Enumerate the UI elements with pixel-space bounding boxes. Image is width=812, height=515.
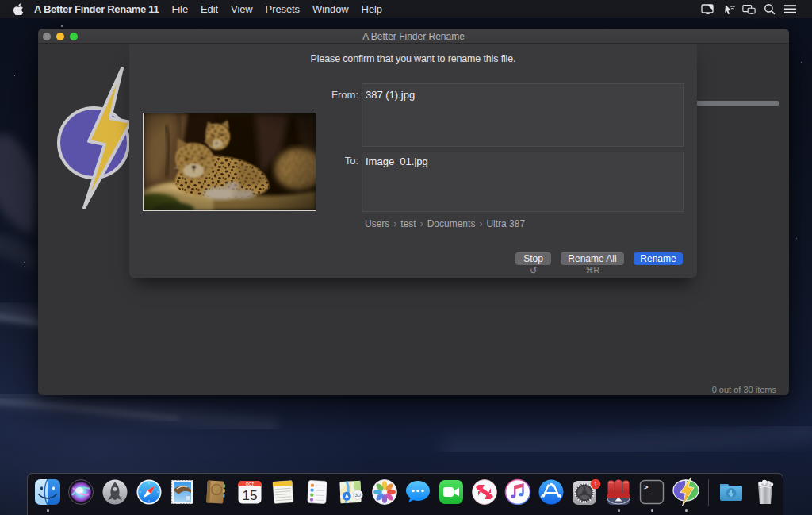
- menu-left-group: A Better Finder Rename 11 File Edit View…: [0, 0, 382, 18]
- theater-running-dot: [618, 509, 620, 512]
- breadcrumb-separator: ›: [393, 218, 396, 229]
- dock-abfr-icon[interactable]: [672, 478, 699, 505]
- menu-help[interactable]: Help: [362, 3, 382, 15]
- from-field[interactable]: 387 (1).jpg: [362, 83, 684, 147]
- breadcrumb-separator: ›: [420, 218, 423, 229]
- to-field[interactable]: Image_01.jpg: [362, 152, 684, 212]
- dock-messages-icon[interactable]: [404, 478, 431, 505]
- window-title-bar[interactable]: A Better Finder Rename: [38, 29, 789, 44]
- dock-finder-icon[interactable]: [34, 478, 61, 505]
- menu-file[interactable]: File: [171, 3, 188, 15]
- menu-edit[interactable]: Edit: [201, 3, 218, 15]
- star: [796, 238, 797, 239]
- calendar-month: OCT: [246, 482, 255, 486]
- dock-trash-icon[interactable]: [752, 478, 779, 505]
- apple-icon: [13, 3, 24, 15]
- dock-mail-icon[interactable]: [169, 478, 196, 505]
- dock-contacts-icon[interactable]: [202, 478, 229, 505]
- window-body: 0 out of 30 items Please confirm that yo…: [38, 44, 789, 395]
- dock-notes-icon[interactable]: [270, 478, 297, 505]
- from-label: From:: [295, 89, 358, 101]
- dock-downloads-icon[interactable]: [718, 478, 745, 505]
- remote-pointer-icon[interactable]: [722, 2, 735, 16]
- dock-appstore-icon[interactable]: [538, 478, 565, 505]
- terminal-running-dot: [651, 509, 653, 512]
- menu-status-icons-group: [694, 0, 812, 18]
- dock-maps-icon[interactable]: 3D: [337, 478, 364, 505]
- star: [801, 62, 802, 63]
- dock-safari-icon[interactable]: [136, 478, 163, 505]
- apple-menu[interactable]: [13, 0, 25, 18]
- screen-sharing-icon[interactable]: [701, 2, 714, 16]
- menu-presets[interactable]: Presets: [266, 3, 300, 15]
- window-title: A Better Finder Rename: [38, 29, 789, 44]
- breadcrumb: Users › test › Documents › Ultra 387: [365, 218, 525, 229]
- stop-button[interactable]: Stop: [515, 252, 551, 265]
- breadcrumb-item[interactable]: Documents: [427, 218, 476, 229]
- star: [24, 262, 25, 263]
- dock: OCT 15: [27, 473, 783, 515]
- rename-all-button[interactable]: Rename All: [561, 252, 624, 265]
- file-preview-image: [143, 113, 316, 211]
- notification-list-icon[interactable]: [783, 2, 797, 16]
- display-mirroring-icon[interactable]: [742, 2, 756, 16]
- rename-button[interactable]: Rename: [634, 252, 683, 265]
- terminal-prompt: >_: [644, 484, 653, 492]
- menu-window[interactable]: Window: [312, 3, 349, 15]
- dock-calendar-icon[interactable]: OCT 15: [236, 478, 263, 505]
- menu-app-name[interactable]: A Better Finder Rename 11: [34, 3, 159, 15]
- horizontal-scrollbar[interactable]: [697, 101, 779, 106]
- breadcrumb-item[interactable]: test: [400, 218, 416, 229]
- breadcrumb-item[interactable]: Ultra 387: [486, 218, 525, 229]
- dock-terminal-icon[interactable]: >_: [638, 478, 665, 505]
- star: [14, 75, 15, 76]
- rename-confirm-sheet: Please confirm that you want to rename t…: [129, 44, 697, 278]
- dock-reminders-icon[interactable]: [304, 478, 331, 505]
- rename-all-shortcut-hint: ⌘R: [561, 266, 624, 275]
- abfr-logo: [54, 67, 133, 209]
- dock-photos-icon[interactable]: [371, 478, 398, 505]
- dock-separator: [708, 479, 709, 506]
- svg-text:3D: 3D: [354, 493, 362, 498]
- dock-theater-icon[interactable]: [605, 478, 632, 505]
- dock-launchpad-icon[interactable]: [102, 478, 128, 505]
- desktop: A Better Finder Rename 11 File Edit View…: [0, 0, 812, 515]
- menu-bar: A Better Finder Rename 11 File Edit View…: [0, 0, 812, 18]
- menu-view[interactable]: View: [231, 3, 253, 15]
- dock-facetime-icon[interactable]: [438, 478, 465, 505]
- dock-siri-icon[interactable]: [67, 478, 94, 505]
- star: [61, 25, 63, 27]
- abfr-running-dot: [685, 509, 688, 512]
- dock-news-icon[interactable]: [471, 478, 498, 505]
- breadcrumb-item[interactable]: Users: [365, 218, 389, 229]
- status-bar-text: 0 out of 30 items: [712, 385, 776, 394]
- calendar-day: 15: [243, 488, 258, 503]
- spotlight-icon[interactable]: [763, 2, 776, 16]
- app-window: A Better Finder Rename 0 out of 30 items…: [38, 29, 789, 395]
- dock-itunes-icon[interactable]: [504, 478, 531, 505]
- breadcrumb-separator: ›: [479, 218, 482, 229]
- settings-badge: 1: [594, 480, 598, 488]
- stop-shortcut-hint: ↺: [515, 266, 551, 276]
- dock-system-preferences-icon[interactable]: 1: [571, 478, 598, 505]
- finder-running-dot: [47, 509, 49, 512]
- sheet-message: Please confirm that you want to rename t…: [129, 53, 697, 64]
